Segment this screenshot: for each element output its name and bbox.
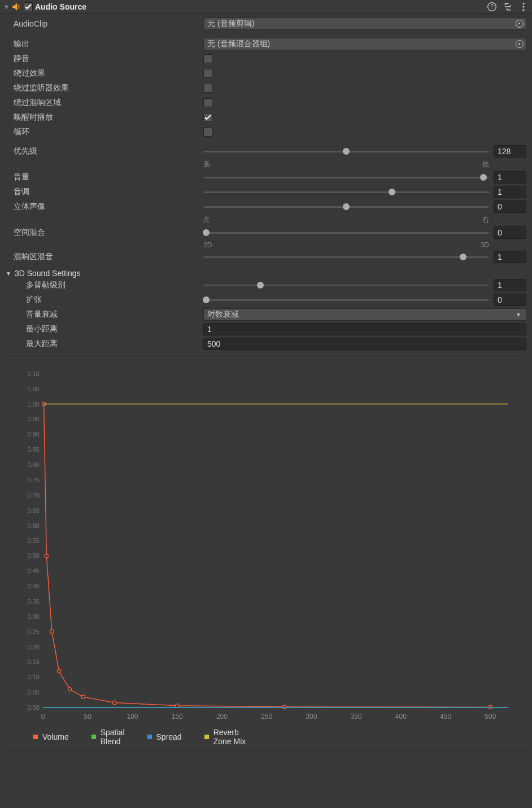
legend-swatch-icon bbox=[204, 735, 209, 739]
legend-item[interactable]: ReverbZone Mix bbox=[204, 728, 246, 746]
max-distance-label: 最大距离 bbox=[6, 339, 203, 349]
svg-text:0.30: 0.30 bbox=[28, 613, 40, 620]
loop-label: 循环 bbox=[6, 127, 203, 137]
pan-slider[interactable] bbox=[203, 206, 489, 208]
svg-text:100: 100 bbox=[127, 713, 138, 720]
priority-value[interactable] bbox=[494, 145, 526, 158]
svg-text:500: 500 bbox=[485, 713, 496, 720]
min-distance-label: 最小距离 bbox=[6, 324, 203, 334]
reverbMix-slider[interactable] bbox=[203, 256, 489, 258]
volume-slider[interactable] bbox=[203, 177, 489, 178]
legend-label: Spread bbox=[156, 732, 182, 741]
svg-text:50: 50 bbox=[84, 713, 92, 720]
preset-icon[interactable] bbox=[503, 2, 513, 12]
svg-text:0.70: 0.70 bbox=[28, 492, 40, 499]
bypass-listener-label: 绕过监听器效果 bbox=[6, 83, 203, 93]
audioclip-field[interactable]: 无 (音频剪辑) bbox=[203, 18, 526, 30]
svg-point-4 bbox=[522, 9, 524, 11]
component-title: Audio Source bbox=[35, 2, 86, 11]
svg-text:450: 450 bbox=[440, 713, 451, 720]
legend-swatch-icon bbox=[147, 735, 152, 739]
svg-text:200: 200 bbox=[216, 713, 228, 720]
context-menu-icon[interactable] bbox=[518, 2, 529, 12]
rolloff-label: 音量衰减 bbox=[6, 309, 203, 320]
output-field[interactable]: 无 (音频混合器组) bbox=[203, 38, 526, 50]
audio-source-icon bbox=[11, 2, 21, 12]
svg-text:0.05: 0.05 bbox=[28, 689, 40, 696]
bypass-listener-checkbox[interactable] bbox=[203, 84, 212, 93]
svg-text:0: 0 bbox=[41, 713, 45, 720]
svg-text:0.45: 0.45 bbox=[28, 567, 40, 574]
svg-text:0.35: 0.35 bbox=[28, 598, 40, 605]
svg-text:0.85: 0.85 bbox=[28, 446, 40, 453]
svg-text:300: 300 bbox=[306, 713, 317, 720]
rolloff-chart[interactable]: 0.000.050.100.150.200.250.300.350.400.45… bbox=[10, 362, 519, 723]
legend-item[interactable]: SpatialBlend bbox=[91, 728, 125, 746]
pitch-slider[interactable] bbox=[203, 191, 489, 193]
foldout-toggle[interactable]: ▼ bbox=[3, 3, 9, 10]
legend-item[interactable]: Volume bbox=[33, 728, 69, 746]
spatial-slider[interactable] bbox=[203, 232, 489, 234]
bypass-effects-checkbox[interactable] bbox=[203, 69, 212, 78]
svg-text:0.65: 0.65 bbox=[28, 507, 40, 514]
section-3d-title: 3D Sound Settings bbox=[15, 269, 81, 278]
legend-item[interactable]: Spread bbox=[147, 728, 182, 746]
chart-legend: VolumeSpatialBlendSpreadReverbZone Mix bbox=[10, 723, 519, 747]
svg-text:0.55: 0.55 bbox=[28, 537, 40, 544]
volume-value[interactable] bbox=[494, 171, 526, 184]
volume-label: 音量 bbox=[6, 172, 203, 182]
foldout-icon: ▼ bbox=[6, 270, 11, 277]
pan-hi: 右 bbox=[482, 215, 489, 225]
play-on-awake-label: 唤醒时播放 bbox=[6, 112, 203, 123]
svg-point-43 bbox=[68, 688, 71, 691]
priority-lo: 高 bbox=[203, 160, 210, 169]
play-on-awake-checkbox[interactable] bbox=[203, 113, 212, 122]
output-value: 无 (音频混合器组) bbox=[207, 39, 270, 49]
reverbMix-label: 混响区混音 bbox=[6, 252, 203, 262]
pitch-value[interactable] bbox=[494, 186, 526, 198]
mute-checkbox[interactable] bbox=[203, 54, 212, 63]
svg-text:1.00: 1.00 bbox=[28, 401, 40, 408]
doppler-value[interactable] bbox=[494, 279, 526, 291]
doppler-slider[interactable] bbox=[203, 285, 489, 286]
svg-point-42 bbox=[57, 669, 60, 672]
section-3d-sound[interactable]: ▼ 3D Sound Settings bbox=[6, 269, 526, 278]
svg-text:0.10: 0.10 bbox=[28, 674, 40, 680]
svg-point-40 bbox=[45, 554, 48, 557]
spatial-value[interactable] bbox=[494, 226, 526, 239]
object-picker-icon[interactable] bbox=[516, 40, 524, 48]
svg-text:1.05: 1.05 bbox=[28, 386, 40, 392]
priority-label: 优先级 bbox=[6, 146, 203, 156]
bypass-reverb-checkbox[interactable] bbox=[203, 98, 212, 107]
svg-text:0.40: 0.40 bbox=[28, 583, 40, 589]
object-picker-icon[interactable] bbox=[516, 20, 524, 28]
svg-point-41 bbox=[50, 630, 54, 633]
spatial-lo: 2D bbox=[203, 241, 212, 249]
spread-slider[interactable] bbox=[203, 299, 489, 301]
bypass-effects-label: 绕过效果 bbox=[6, 68, 203, 78]
reverbMix-value[interactable] bbox=[494, 251, 526, 263]
spread-value[interactable] bbox=[494, 294, 526, 306]
max-distance-field[interactable] bbox=[203, 338, 526, 350]
legend-label: Volume bbox=[42, 732, 69, 741]
help-icon[interactable]: ? bbox=[487, 2, 497, 12]
pan-value[interactable] bbox=[494, 200, 526, 213]
svg-text:0.50: 0.50 bbox=[28, 552, 40, 559]
audioclip-label: AudioClip bbox=[6, 19, 203, 28]
loop-checkbox[interactable] bbox=[203, 128, 212, 137]
svg-text:0.15: 0.15 bbox=[28, 658, 40, 665]
svg-text:400: 400 bbox=[395, 713, 407, 720]
spread-label: 扩张 bbox=[6, 295, 203, 305]
svg-text:1.10: 1.10 bbox=[28, 370, 40, 377]
component-enabled-checkbox[interactable] bbox=[24, 2, 33, 11]
legend-swatch-icon bbox=[33, 735, 38, 739]
rolloff-chart-box: 0.000.050.100.150.200.250.300.350.400.45… bbox=[6, 356, 526, 751]
rolloff-dropdown[interactable]: 对数衰减 ▼ bbox=[203, 308, 526, 321]
svg-text:0.80: 0.80 bbox=[28, 461, 40, 468]
priority-slider[interactable] bbox=[203, 151, 489, 152]
svg-text:0.90: 0.90 bbox=[28, 431, 40, 438]
dropdown-icon: ▼ bbox=[516, 312, 521, 318]
svg-text:0.00: 0.00 bbox=[28, 704, 40, 711]
output-label: 输出 bbox=[6, 39, 203, 49]
min-distance-field[interactable] bbox=[203, 323, 526, 335]
